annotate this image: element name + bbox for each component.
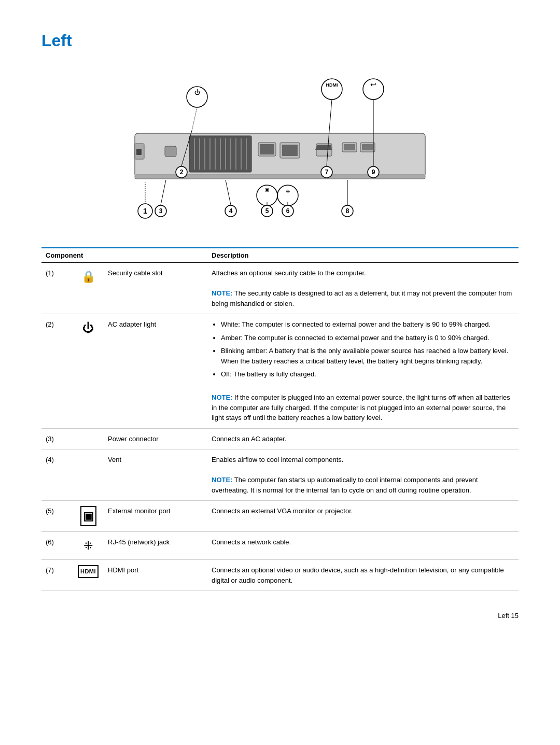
row-desc: Connects an AC adapter.: [207, 428, 519, 449]
svg-text:6: 6: [286, 207, 290, 215]
col-component-header: Component: [41, 248, 207, 263]
page-title: Left: [41, 31, 519, 50]
table-row: (1) 🔒 Security cable slot Attaches an op…: [41, 263, 519, 314]
svg-text:3: 3: [159, 207, 163, 215]
row-desc: Enables airflow to cool internal compone…: [207, 449, 519, 501]
row-name: Vent: [104, 449, 207, 501]
row-name: Power connector: [104, 428, 207, 449]
row-num: (6): [41, 532, 73, 560]
row-icon: ⁜: [73, 532, 104, 560]
row-name: RJ-45 (network) jack: [104, 532, 207, 560]
svg-line-56: [329, 100, 332, 131]
row-num: (7): [41, 560, 73, 591]
row-name: HDMI port: [104, 560, 207, 591]
table-row: (7) HDMI HDMI port Connects an optional …: [41, 560, 519, 591]
hdmi-icon: HDMI: [78, 565, 99, 578]
table-row: (6) ⁜ RJ-45 (network) jack Connects a ne…: [41, 532, 519, 560]
svg-text:⏻: ⏻: [194, 89, 200, 95]
component-table: Component Description (1) 🔒 Security cab…: [41, 247, 519, 591]
row-name: Security cable slot: [104, 263, 207, 314]
lock-icon: 🔒: [81, 270, 95, 283]
row-desc: Connects an optional video or audio devi…: [207, 560, 519, 591]
row-num: (4): [41, 449, 73, 501]
svg-text:2: 2: [180, 168, 184, 176]
row-name: AC adapter light: [104, 314, 207, 429]
row-icon: ⏻: [73, 314, 104, 429]
row-desc: Connects an external VGA monitor or proj…: [207, 501, 519, 532]
col-description-header: Description: [207, 248, 519, 263]
row-num: (2): [41, 314, 73, 429]
svg-text:▣: ▣: [265, 187, 270, 192]
row-desc: Attaches an optional security cable to t…: [207, 263, 519, 314]
rj45-icon: ⁜: [83, 539, 93, 552]
row-name: External monitor port: [104, 501, 207, 532]
row-icon: ▣: [73, 501, 104, 532]
svg-rect-15: [165, 146, 176, 157]
svg-point-52: [321, 79, 342, 100]
svg-line-41: [226, 180, 231, 205]
row-icon: 🔒: [73, 263, 104, 314]
svg-text:9: 9: [372, 168, 375, 176]
svg-text:4: 4: [229, 207, 233, 215]
svg-text:8: 8: [346, 207, 349, 215]
ac-adapter-icon: ⏻: [82, 321, 94, 334]
laptop-diagram-area: 1 ⏻ 2 3 4 ▣ 5 ⁜ 6 HDMI 7: [41, 66, 519, 232]
row-desc: Connects a network cable.: [207, 532, 519, 560]
svg-line-34: [192, 107, 197, 131]
svg-text:7: 7: [325, 168, 329, 176]
table-row: (3) Power connector Connects an AC adapt…: [41, 428, 519, 449]
row-icon: [73, 449, 104, 501]
svg-text:1: 1: [143, 207, 147, 215]
row-num: (5): [41, 501, 73, 532]
row-icon: [73, 428, 104, 449]
row-desc: White: The computer is connected to exte…: [207, 314, 519, 429]
row-icon: HDMI: [73, 560, 104, 591]
laptop-diagram-svg: 1 ⏻ 2 3 4 ▣ 5 ⁜ 6 HDMI 7: [93, 71, 467, 232]
svg-line-38: [161, 180, 166, 205]
svg-text:↩: ↩: [370, 80, 376, 89]
svg-rect-17: [282, 145, 298, 156]
row-num: (3): [41, 428, 73, 449]
footer-text: Left 15: [498, 612, 519, 620]
row-num: (1): [41, 263, 73, 314]
svg-rect-14: [136, 149, 142, 155]
table-row: (2) ⏻ AC adapter light White: The comput…: [41, 314, 519, 429]
svg-text:5: 5: [265, 207, 269, 215]
page-footer: Left 15: [41, 612, 519, 620]
table-row: (4) Vent Enables airflow to cool interna…: [41, 449, 519, 501]
svg-rect-23: [362, 144, 373, 150]
svg-text:⁜: ⁜: [286, 189, 290, 194]
svg-rect-25: [260, 144, 274, 154]
svg-marker-19: [315, 145, 332, 150]
svg-rect-22: [344, 144, 355, 150]
table-row: (5) ▣ External monitor port Connects an …: [41, 501, 519, 532]
svg-text:HDMI: HDMI: [326, 82, 338, 88]
external-monitor-icon: ▣: [80, 506, 96, 526]
